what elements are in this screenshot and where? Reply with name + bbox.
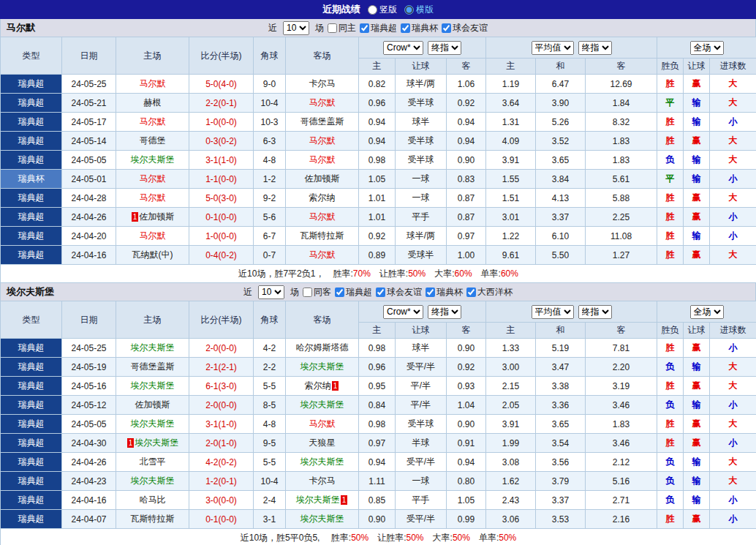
home-team-cell: 瓦纳默(中)	[116, 246, 189, 265]
match-score: 2-1(2-1)	[189, 358, 254, 377]
result-outcome: 负	[657, 358, 684, 377]
euro-home-odds: 3.00	[486, 358, 536, 377]
vertical-layout-radio[interactable]	[368, 5, 377, 15]
match-row: 瑞典杯24-05-01马尔默1-1(0-0)1-2佐加顿斯1.05一球0.831…	[1, 170, 756, 189]
team-section-1: 埃尔夫斯堡近10场同客瑞典超球会友谊瑞典杯大西洋杯类型日期主场比分(半场)角球客…	[0, 283, 756, 545]
subcol-goals: 进球数	[710, 323, 756, 339]
asian-handicap: 受半球	[396, 415, 447, 434]
asian-handicap: 受半球	[396, 151, 447, 170]
filter-checkbox-1-0[interactable]	[303, 287, 312, 297]
filter-checkbox-0-2[interactable]	[401, 23, 410, 33]
filter-option: 同主	[328, 22, 356, 34]
result-handicap: 赢	[684, 132, 710, 151]
result-outcome: 胜	[657, 510, 684, 529]
home-team-name: 马尔默	[140, 173, 166, 184]
result-scope-select[interactable]: 全场	[690, 41, 724, 55]
away-team-name: 马尔默	[309, 249, 336, 260]
match-date: 24-05-17	[62, 113, 116, 132]
filter-checkbox-1-3[interactable]	[426, 287, 435, 297]
match-score: 2-0(1-0)	[189, 434, 254, 453]
filter-checkbox-0-1[interactable]	[360, 23, 369, 33]
match-date: 24-05-05	[62, 415, 116, 434]
asian-handicap: 半球	[396, 434, 447, 453]
euro-draw-odds: 3.47	[536, 358, 586, 377]
home-team-name: 埃尔夫斯堡	[131, 342, 175, 353]
euro-home-odds: 2.43	[486, 491, 536, 510]
asian-odds-time-select[interactable]: 终指	[428, 305, 461, 319]
asian-handicap: 球半/两	[396, 75, 447, 94]
summary-text: 近10场，胜5平0负5,	[241, 533, 322, 543]
away-team-name: 马尔默	[309, 97, 336, 108]
filter-checkbox-1-4[interactable]	[466, 287, 476, 297]
filter-label: 瑞典杯	[412, 22, 438, 34]
result-handicap: 输	[684, 472, 710, 491]
away-team-cell: 马尔默	[286, 94, 359, 113]
home-team-name: 佐加顿斯	[135, 399, 170, 410]
match-date: 24-05-25	[62, 75, 116, 94]
home-team-cell: 北雪平	[116, 453, 189, 472]
away-team-cell: 埃尔夫斯堡1	[286, 491, 359, 510]
result-handicap: 输	[684, 113, 710, 132]
col-date: 日期	[62, 37, 116, 75]
match-date: 24-05-01	[62, 170, 116, 189]
result-scope-select[interactable]: 全场	[690, 305, 724, 319]
euro-odds-time-select[interactable]: 终指	[578, 41, 612, 55]
euro-odds-time-select[interactable]: 终指	[578, 305, 612, 319]
match-score: 0-3(0-2)	[189, 132, 254, 151]
euro-odds-group: 平均值终指	[486, 37, 657, 59]
euro-away-odds: 2.71	[586, 491, 657, 510]
result-handicap: 赢	[684, 415, 710, 434]
away-team-cell: 哈尔姆斯塔德	[286, 339, 359, 358]
recent-count-select[interactable]: 10	[258, 285, 284, 299]
filter-checkbox-1-1[interactable]	[335, 287, 344, 297]
euro-average-select[interactable]: 平均值	[532, 41, 574, 55]
result-outcome: 胜	[657, 377, 684, 396]
euro-home-odds: 4.09	[486, 132, 536, 151]
corner-count: 4-2	[254, 339, 286, 358]
horizontal-layout-radio[interactable]	[404, 5, 414, 15]
asian-handicap: 平手	[396, 208, 447, 227]
euro-away-odds: 7.81	[586, 339, 657, 358]
euro-draw-odds: 3.56	[536, 453, 586, 472]
match-row: 瑞典超24-05-17马尔默1-0(0-0)10-3哥德堡盖斯0.94球半0.9…	[1, 113, 756, 132]
match-date: 24-04-23	[62, 472, 116, 491]
layout-option-horizontal: 横版	[404, 4, 434, 16]
away-team-name: 埃尔夫斯堡	[296, 495, 340, 505]
home-team-name: 佐加顿斯	[139, 211, 174, 222]
euro-away-odds: 1.83	[586, 132, 657, 151]
asian-handicap: 球半	[396, 113, 447, 132]
bookmaker-select[interactable]: Crow*	[383, 41, 423, 55]
filter-near-label: 近	[268, 22, 277, 34]
result-goals: 大	[710, 189, 756, 208]
filter-checkbox-0-3[interactable]	[442, 23, 451, 33]
asian-home-odds: 0.94	[359, 113, 396, 132]
match-score: 0-1(0-0)	[189, 510, 254, 529]
subcol-euro-home: 主	[486, 323, 536, 339]
home-team-name: 马尔默	[140, 116, 166, 127]
result-outcome: 负	[657, 491, 684, 510]
filter-games-label: 场	[315, 22, 324, 34]
col-home: 主场	[116, 37, 189, 75]
euro-away-odds: 5.88	[586, 189, 657, 208]
summary-stat: 单率:50%	[479, 533, 516, 543]
euro-average-select[interactable]: 平均值	[532, 305, 574, 319]
away-team-cell: 卡尔马	[286, 75, 359, 94]
asian-away-odds: 0.92	[447, 358, 486, 377]
page-title: 近期战绩	[322, 3, 360, 16]
asian-handicap: 球半/两	[396, 227, 447, 246]
recent-count-select[interactable]: 10	[283, 21, 309, 35]
asian-handicap: 受平/半	[396, 453, 447, 472]
corner-count: 10-4	[254, 472, 286, 491]
euro-home-odds: 1.31	[486, 113, 536, 132]
red-card-badge: 1	[132, 212, 139, 222]
euro-draw-odds: 3.54	[536, 434, 586, 453]
result-outcome: 胜	[657, 339, 684, 358]
asian-odds-time-select[interactable]: 终指	[428, 41, 461, 55]
euro-home-odds: 3.06	[486, 510, 536, 529]
filter-checkbox-0-0[interactable]	[328, 23, 337, 33]
bookmaker-select[interactable]: Crow*	[383, 305, 423, 319]
filter-checkbox-1-2[interactable]	[376, 287, 385, 297]
match-row: 瑞典超24-05-05埃尔夫斯堡3-1(1-0)4-8马尔默0.98受半球0.9…	[1, 415, 756, 434]
match-score: 0-4(0-2)	[189, 246, 254, 265]
euro-draw-odds: 3.37	[536, 208, 586, 227]
